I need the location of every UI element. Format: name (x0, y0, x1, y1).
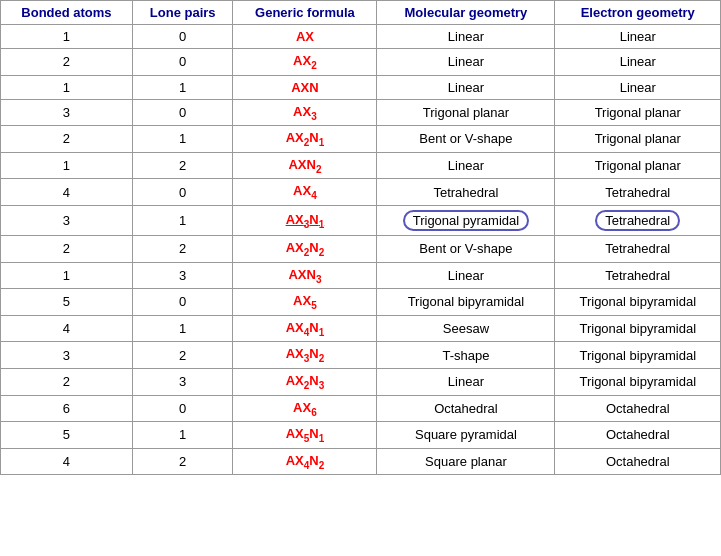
generic-formula-cell: AX2 (233, 49, 377, 76)
electron-geometry-cell: Linear (555, 25, 721, 49)
bonded-atoms-cell: 5 (1, 289, 133, 316)
generic-formula-cell: AXN2 (233, 152, 377, 179)
electron-geometry-cell: Tetrahedral (555, 179, 721, 206)
molecular-geometry-cell: Linear (377, 262, 555, 289)
table-row: 21AX2N1Bent or V-shapeTrigonal planar (1, 126, 721, 153)
molecular-geometry-cell: Square pyramidal (377, 422, 555, 449)
bonded-atoms-cell: 3 (1, 99, 133, 126)
electron-geometry-cell: Trigonal bipyramidal (555, 289, 721, 316)
lone-pairs-cell: 2 (132, 152, 233, 179)
lone-pairs-cell: 1 (132, 205, 233, 235)
generic-formula-cell: AX6 (233, 395, 377, 422)
lone-pairs-cell: 2 (132, 448, 233, 475)
table-row: 11AXNLinearLinear (1, 75, 721, 99)
lone-pairs-cell: 1 (132, 315, 233, 342)
electron-geometry-cell: Trigonal bipyramidal (555, 342, 721, 369)
electron-geometry-cell: Tetrahedral (555, 262, 721, 289)
molecular-geometry-cell: Octahedral (377, 395, 555, 422)
generic-formula-cell: AX4N1 (233, 315, 377, 342)
table-row: 31AX3N1Trigonal pyramidalTetrahedral (1, 205, 721, 235)
lone-pairs-cell: 1 (132, 75, 233, 99)
table-row: 51AX5N1Square pyramidalOctahedral (1, 422, 721, 449)
electron-geometry-cell: Linear (555, 49, 721, 76)
bonded-atoms-cell: 3 (1, 342, 133, 369)
table-row: 40AX4TetrahedralTetrahedral (1, 179, 721, 206)
table-row: 42AX4N2Square planarOctahedral (1, 448, 721, 475)
table-row: 60AX6OctahedralOctahedral (1, 395, 721, 422)
lone-pairs-cell: 0 (132, 49, 233, 76)
table-row: 32AX3N2T-shapeTrigonal bipyramidal (1, 342, 721, 369)
table-row: 50AX5Trigonal bipyramidalTrigonal bipyra… (1, 289, 721, 316)
generic-formula-cell: AX4 (233, 179, 377, 206)
lone-pairs-cell: 3 (132, 262, 233, 289)
lone-pairs-cell: 2 (132, 235, 233, 262)
lone-pairs-cell: 0 (132, 289, 233, 316)
highlighted-molecular: Trigonal pyramidal (403, 210, 529, 231)
bonded-atoms-cell: 1 (1, 262, 133, 289)
lone-pairs-cell: 0 (132, 99, 233, 126)
table-row: 12AXN2LinearTrigonal planar (1, 152, 721, 179)
header-bonded: Bonded atoms (1, 1, 133, 25)
table-row: 41AX4N1SeesawTrigonal bipyramidal (1, 315, 721, 342)
molecular-geometry-cell: Bent or V-shape (377, 235, 555, 262)
electron-geometry-cell: Octahedral (555, 395, 721, 422)
electron-geometry-cell: Trigonal planar (555, 152, 721, 179)
generic-formula-cell: AX5N1 (233, 422, 377, 449)
electron-geometry-cell: Octahedral (555, 422, 721, 449)
header-lone: Lone pairs (132, 1, 233, 25)
molecular-geometry-cell: Linear (377, 75, 555, 99)
header-molecular: Molecular geometry (377, 1, 555, 25)
lone-pairs-cell: 1 (132, 126, 233, 153)
molecular-geometry-cell: T-shape (377, 342, 555, 369)
molecular-geometry-cell: Linear (377, 25, 555, 49)
table-row: 13AXN3LinearTetrahedral (1, 262, 721, 289)
lone-pairs-cell: 3 (132, 368, 233, 395)
header-generic: Generic formula (233, 1, 377, 25)
generic-formula-cell: AXN3 (233, 262, 377, 289)
bonded-atoms-cell: 4 (1, 179, 133, 206)
molecular-geometry-cell: Trigonal planar (377, 99, 555, 126)
bonded-atoms-cell: 2 (1, 126, 133, 153)
molecular-geometry-cell: Trigonal bipyramidal (377, 289, 555, 316)
molecular-geometry-cell: Linear (377, 152, 555, 179)
bonded-atoms-cell: 2 (1, 368, 133, 395)
generic-formula-cell: AX2N1 (233, 126, 377, 153)
generic-formula-cell: AX5 (233, 289, 377, 316)
bonded-atoms-cell: 1 (1, 152, 133, 179)
electron-geometry-cell: Tetrahedral (555, 235, 721, 262)
bonded-atoms-cell: 1 (1, 25, 133, 49)
generic-formula-cell: AX2N3 (233, 368, 377, 395)
molecular-geometry-cell: Linear (377, 49, 555, 76)
electron-geometry-cell: Trigonal planar (555, 126, 721, 153)
molecular-geometry-cell: Bent or V-shape (377, 126, 555, 153)
generic-formula-cell: AX4N2 (233, 448, 377, 475)
lone-pairs-cell: 2 (132, 342, 233, 369)
electron-geometry-cell: Tetrahedral (555, 205, 721, 235)
generic-formula-cell: AX2N2 (233, 235, 377, 262)
electron-geometry-cell: Trigonal bipyramidal (555, 368, 721, 395)
electron-geometry-cell: Octahedral (555, 448, 721, 475)
molecular-geometry-cell: Tetrahedral (377, 179, 555, 206)
bonded-atoms-cell: 4 (1, 315, 133, 342)
lone-pairs-cell: 0 (132, 179, 233, 206)
generic-formula-cell: AX3N2 (233, 342, 377, 369)
table-row: 22AX2N2Bent or V-shapeTetrahedral (1, 235, 721, 262)
lone-pairs-cell: 1 (132, 422, 233, 449)
header-electron: Electron geometry (555, 1, 721, 25)
bonded-atoms-cell: 1 (1, 75, 133, 99)
electron-geometry-cell: Trigonal bipyramidal (555, 315, 721, 342)
generic-formula-cell: AX3N1 (233, 205, 377, 235)
generic-formula-cell: AXN (233, 75, 377, 99)
molecular-geometry-cell: Seesaw (377, 315, 555, 342)
chemistry-table: Bonded atoms Lone pairs Generic formula … (0, 0, 721, 475)
generic-formula-cell: AX3 (233, 99, 377, 126)
bonded-atoms-cell: 4 (1, 448, 133, 475)
electron-geometry-cell: Trigonal planar (555, 99, 721, 126)
electron-geometry-cell: Linear (555, 75, 721, 99)
bonded-atoms-cell: 2 (1, 235, 133, 262)
table-row: 20AX2LinearLinear (1, 49, 721, 76)
bonded-atoms-cell: 3 (1, 205, 133, 235)
bonded-atoms-cell: 5 (1, 422, 133, 449)
bonded-atoms-cell: 6 (1, 395, 133, 422)
table-row: 30AX3Trigonal planarTrigonal planar (1, 99, 721, 126)
